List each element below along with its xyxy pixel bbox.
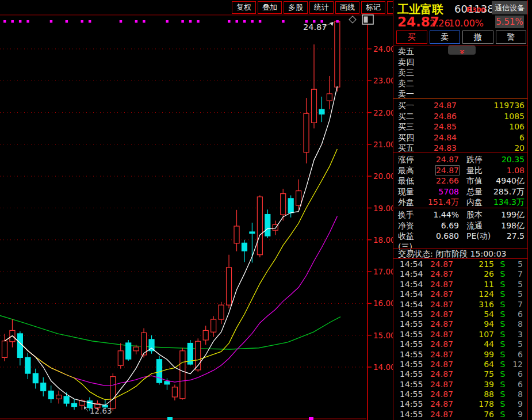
- tick-volume: 99: [453, 350, 494, 360]
- highlight-box: 24.87: [436, 166, 459, 175]
- window-split-icon[interactable]: [362, 15, 373, 24]
- collapse-chevron-button[interactable]: »: [448, 45, 476, 55]
- level-price: 24.87: [427, 100, 457, 111]
- stats-row: 最低22.66市值4940亿: [393, 175, 527, 186]
- day-marker-dot: [251, 20, 254, 23]
- buy-queue: 买一24.87119736买二24.861085买三24.85106买四24.8…: [393, 100, 527, 154]
- kline-chart-area[interactable]: 24.0023.0022.0021.0020.0019.0018.0017.00…: [0, 0, 393, 420]
- buy-level-row[interactable]: 买一24.87119736: [393, 100, 527, 111]
- stat-value: 22.66: [426, 175, 459, 186]
- stat-value: 4940亿: [489, 175, 527, 186]
- tick-price: 24.87: [421, 319, 453, 329]
- tick-direction: S: [494, 319, 511, 329]
- divider: [393, 258, 527, 259]
- tick-time: 14:55: [393, 399, 421, 409]
- tick-volume: 75: [453, 369, 494, 379]
- buy-level-row[interactable]: 买二24.861085: [393, 111, 527, 122]
- axis-tick-label: 20.00: [373, 171, 393, 181]
- sell-button[interactable]: 卖: [430, 30, 461, 44]
- tick-volume: 76: [453, 410, 494, 419]
- candle-body: [319, 109, 324, 114]
- candle-body: [250, 232, 255, 234]
- tick-volume: 107: [453, 330, 494, 339]
- candle-body: [211, 319, 216, 332]
- candle-body: [110, 377, 116, 408]
- axis-tick-label: 21.00: [373, 140, 393, 149]
- tick-volume: 39: [453, 380, 494, 390]
- tick-time: 14:55: [393, 330, 421, 339]
- ma60-line: [0, 315, 340, 349]
- candle-body: [327, 94, 332, 101]
- tick-price: 24.87: [421, 360, 453, 369]
- diamond-icon: [349, 16, 356, 23]
- sell-level-row[interactable]: 卖四: [393, 57, 527, 68]
- axis-tick-label: 19.00: [373, 204, 393, 213]
- tick-count: 8: [511, 390, 527, 399]
- axis-tick-label: 22.00: [373, 108, 393, 117]
- tick-price: 24.87: [421, 410, 453, 419]
- stat-value: 20.35: [489, 154, 527, 165]
- cancel-button[interactable]: 撤: [462, 30, 493, 44]
- tick-list[interactable]: 14:5424.87215S514:5424.8726S714:5424.871…: [393, 259, 527, 419]
- tick-count: 7: [511, 269, 527, 279]
- level-price: 24.86: [427, 111, 457, 122]
- tick-count: 5: [511, 280, 527, 289]
- stats-row: 最高24.87量比1.08: [393, 165, 527, 176]
- buy-level-row[interactable]: 买三24.85106: [393, 121, 527, 132]
- sector-change: 5.51%: [495, 16, 524, 28]
- sell-level-row[interactable]: 卖三: [393, 67, 527, 78]
- ma20-line: [5, 216, 337, 386]
- tick-volume: 64: [453, 360, 494, 369]
- tick-row: 14:5524.8776S9: [393, 410, 527, 419]
- stat-value: 27.5: [489, 231, 527, 242]
- candle-body: [133, 347, 139, 351]
- tick-price: 24.87: [421, 350, 453, 360]
- tick-volume: 54: [453, 310, 494, 319]
- candle-body: [296, 191, 301, 205]
- divider: [393, 208, 527, 208]
- ma10-line: [5, 149, 337, 400]
- tick-time: 14:55: [393, 310, 421, 319]
- tick-price: 24.87: [421, 380, 453, 390]
- day-marker-dot: [282, 20, 285, 23]
- tick-price: 24.87: [421, 339, 453, 349]
- stat-label: 量比: [459, 165, 489, 176]
- tick-direction: S: [494, 390, 511, 399]
- axis-tick-label: 17.00: [373, 267, 393, 276]
- buy-level-row[interactable]: 买四24.846: [393, 132, 527, 143]
- low-price-label: 12.63: [90, 406, 112, 415]
- day-marker-dot: [143, 20, 146, 23]
- sell-level-row[interactable]: 卖二: [393, 78, 527, 89]
- tick-price: 24.87: [421, 259, 453, 269]
- stat-value: 151.4万: [426, 197, 459, 208]
- stat-value: 1.08: [489, 165, 527, 176]
- tick-count: 7: [511, 300, 527, 310]
- tick-volume: 11: [453, 280, 494, 289]
- volume-pane-glyph: [167, 417, 173, 420]
- sector-label[interactable]: 通信设备: [492, 1, 527, 14]
- day-marker-dot: [120, 20, 123, 23]
- stat-value: 198亿: [489, 220, 527, 231]
- level-label: 卖三: [393, 67, 427, 78]
- day-marker-dot: [181, 20, 184, 23]
- stat-value: 24.87: [426, 154, 459, 165]
- tick-row: 14:5524.8775S6: [393, 369, 527, 379]
- tick-time: 14:55: [393, 369, 421, 379]
- candle-body: [25, 357, 30, 373]
- axis-tick-label: 18.00: [373, 235, 393, 245]
- buy-button[interactable]: 买: [396, 30, 427, 44]
- day-marker-dot: [197, 20, 200, 23]
- stat-label: 换手: [393, 209, 426, 220]
- stat-label: 最低: [393, 175, 426, 186]
- tick-count: 6: [511, 369, 527, 379]
- stat-label: 股本: [459, 209, 489, 220]
- tick-row: 14:5524.87107S3: [393, 330, 527, 339]
- volume-pane-glyph: [309, 417, 313, 420]
- day-marker-dot: [11, 20, 14, 23]
- axis-tick-label: 14.00: [373, 362, 393, 372]
- candle-body: [72, 403, 77, 407]
- day-marker-dot: [336, 20, 339, 23]
- axis-tick-label: 24.00: [373, 44, 393, 54]
- stat-value: 5708: [426, 186, 459, 197]
- alert-button[interactable]: 警: [496, 30, 527, 44]
